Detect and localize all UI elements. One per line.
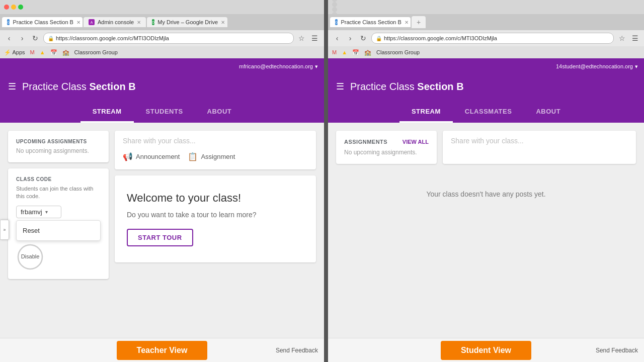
right-tabs-bar: G Practice Class Section B ✕ +: [328, 14, 644, 30]
disable-area: Disable: [16, 243, 101, 271]
bookmark-calendar[interactable]: 📅: [50, 49, 57, 56]
nav-tab-stream[interactable]: STREAM: [80, 102, 134, 123]
right-bookmark-button[interactable]: ☆: [617, 33, 627, 43]
right-address-bar: ‹ › ↻ 🔒 https://classroom.google.com/c/M…: [328, 30, 644, 46]
student-view-button[interactable]: Student View: [441, 341, 531, 360]
bookmark-drive[interactable]: ▲: [40, 49, 45, 55]
right-lock-icon: 🔒: [376, 36, 382, 41]
right-tab-new[interactable]: +: [412, 16, 426, 28]
right-share-input[interactable]: Share with your class...: [451, 137, 628, 145]
right-account-name[interactable]: 14student@edtechnocation.org ▾: [556, 63, 638, 70]
tab-admin[interactable]: A Admin console ✕: [84, 17, 146, 27]
right-classroom-favicon: G: [335, 19, 338, 25]
right-back-button[interactable]: ‹: [332, 33, 342, 43]
bookmark-classroom[interactable]: 🏫: [62, 49, 69, 56]
bookmark-apps[interactable]: ⚡ Apps: [4, 49, 25, 56]
back-button[interactable]: ‹: [4, 33, 14, 43]
right-menu-button[interactable]: ☰: [630, 33, 640, 43]
reset-option[interactable]: Reset: [23, 225, 94, 236]
right-bookmark-gmail[interactable]: M: [332, 49, 337, 55]
right-nav-tab-stream[interactable]: STREAM: [399, 102, 453, 123]
assignment-button[interactable]: 📋 Assignment: [188, 150, 235, 163]
welcome-title: Welcome to your class!: [127, 192, 241, 205]
right-hamburger-icon[interactable]: ☰: [336, 81, 344, 92]
right-forward-button[interactable]: ›: [345, 33, 355, 43]
left-tabs-nav: STREAM STUDENTS ABOUT: [0, 99, 324, 123]
forward-button[interactable]: ›: [17, 33, 27, 43]
tab-classroom[interactable]: G Practice Class Section B ✕: [2, 17, 83, 27]
assignments-title: ASSIGNMENTS: [344, 139, 387, 145]
tab-admin-label: Admin console: [98, 19, 134, 25]
hamburger-icon[interactable]: ☰: [8, 81, 16, 92]
no-assignments: No upcoming assignments.: [344, 149, 429, 156]
tab-close-drive[interactable]: ✕: [221, 20, 225, 25]
right-minimize-dot[interactable]: [332, 2, 337, 7]
right-top-row: ASSIGNMENTS VIEW ALL No upcoming assignm…: [336, 131, 636, 164]
tab-close-admin[interactable]: ✕: [137, 20, 141, 25]
code-dropdown[interactable]: frbamvj ▾: [16, 206, 61, 218]
view-all-link[interactable]: VIEW ALL: [403, 139, 429, 145]
lock-icon: 🔒: [48, 36, 54, 41]
left-app-header: ☰ Practice Class Section B: [0, 74, 324, 99]
left-content-area: » UPCOMING ASSIGNMENTS No upcoming assig…: [0, 123, 324, 338]
assignments-panel: ASSIGNMENTS VIEW ALL No upcoming assignm…: [336, 131, 437, 164]
right-share-box: Share with your class...: [443, 131, 636, 164]
left-main-panel: Share with your class... 📢 Announcement …: [115, 131, 316, 330]
right-bookmark-classroom-group[interactable]: Classroom Group: [376, 49, 420, 55]
class-code-title: CLASS CODE: [16, 176, 101, 182]
left-account-name[interactable]: mfricano@edtechnocation.org ▾: [239, 63, 318, 70]
close-dot[interactable]: [4, 5, 9, 10]
nav-tab-students[interactable]: STUDENTS: [134, 102, 195, 123]
left-title-bar: [0, 0, 324, 14]
class-code-card: CLASS CODE Students can join the class w…: [8, 168, 109, 279]
right-app-title: Practice Class Section B: [350, 81, 464, 93]
left-footer: Teacher View Send Feedback: [0, 338, 324, 362]
upcoming-title: UPCOMING ASSIGNMENTS: [16, 139, 101, 144]
tab-drive[interactable]: D My Drive – Google Drive ✕: [147, 17, 227, 27]
scroll-trigger[interactable]: »: [0, 220, 9, 240]
right-bookmark-calendar[interactable]: 📅: [352, 49, 359, 56]
right-nav-tab-classmates[interactable]: CLASSMATES: [453, 102, 524, 123]
bookmark-gmail[interactable]: M: [30, 49, 35, 55]
share-input[interactable]: Share with your class...: [123, 137, 308, 145]
right-bookmark-drive[interactable]: ▲: [342, 49, 347, 55]
right-content-area: ASSIGNMENTS VIEW ALL No upcoming assignm…: [328, 123, 644, 338]
maximize-dot[interactable]: [18, 5, 23, 10]
nav-tab-about[interactable]: ABOUT: [195, 102, 244, 123]
url-input[interactable]: 🔒 https://classroom.google.com/c/MTI3ODI…: [43, 33, 294, 44]
right-tabs-nav: STREAM CLASSMATES ABOUT: [328, 99, 644, 123]
share-box: Share with your class... 📢 Announcement …: [115, 131, 316, 169]
left-sidebar: UPCOMING ASSIGNMENTS No upcoming assignm…: [8, 131, 109, 330]
code-menu: Reset: [16, 220, 101, 241]
right-url-input[interactable]: 🔒 https://classroom.google.com/c/MTI3ODI…: [371, 33, 614, 44]
right-maximize-dot[interactable]: [332, 7, 337, 12]
right-bookmark-classroom[interactable]: 🏫: [364, 49, 371, 56]
announcement-icon: 📢: [123, 152, 133, 161]
minimize-dot[interactable]: [11, 5, 16, 10]
disable-button[interactable]: Disable: [21, 253, 40, 260]
dropdown-arrow-icon: ▾: [45, 209, 48, 215]
left-feedback-button[interactable]: Send Feedback: [276, 347, 318, 354]
class-code-desc: Students can join the class with this co…: [16, 185, 101, 201]
bookmark-button[interactable]: ☆: [297, 33, 307, 43]
teacher-view-button[interactable]: Teacher View: [117, 341, 208, 360]
classroom-favicon: G: [7, 19, 10, 25]
announcement-button[interactable]: 📢 Announcement: [123, 150, 180, 163]
bookmark-classroom-group[interactable]: Classroom Group: [74, 49, 118, 55]
assignment-icon: 📋: [188, 152, 198, 161]
start-tour-button[interactable]: START TOUR: [127, 229, 193, 246]
right-refresh-button[interactable]: ↻: [358, 33, 368, 43]
right-url-text: https://classroom.google.com/c/MTI3ODIzM…: [384, 35, 497, 41]
refresh-button[interactable]: ↻: [30, 33, 40, 43]
welcome-subtitle: Do you want to take a tour to learn more…: [127, 211, 257, 219]
right-tab-close[interactable]: ✕: [405, 20, 409, 25]
menu-button[interactable]: ☰: [310, 33, 320, 43]
right-account-bar: 14student@edtechnocation.org ▾: [328, 58, 644, 74]
tab-close-classroom[interactable]: ✕: [76, 20, 80, 25]
right-feedback-button[interactable]: Send Feedback: [596, 347, 638, 354]
right-browser: G Practice Class Section B ✕ + ‹ › ↻ 🔒 h…: [328, 0, 644, 362]
left-tabs-bar: G Practice Class Section B ✕ A Admin con…: [0, 14, 324, 30]
right-tab-label: Practice Class Section B: [341, 19, 401, 25]
right-nav-tab-about[interactable]: ABOUT: [524, 102, 573, 123]
right-tab-classroom[interactable]: G Practice Class Section B ✕: [330, 17, 411, 27]
